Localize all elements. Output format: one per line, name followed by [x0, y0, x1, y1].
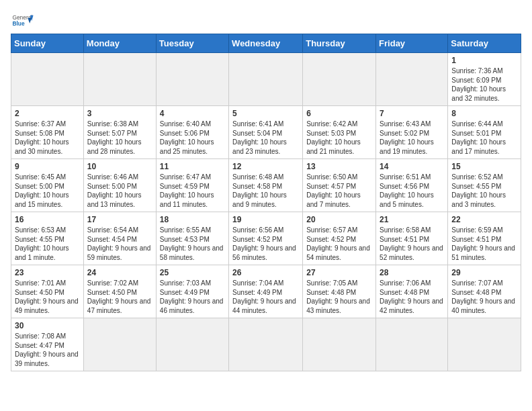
calendar-cell: 13Sunrise: 6:50 AM Sunset: 4:57 PM Dayli…: [303, 159, 376, 212]
calendar-cell: 25Sunrise: 7:03 AM Sunset: 4:49 PM Dayli…: [156, 265, 228, 318]
day-sun-info: Sunrise: 6:48 AM Sunset: 4:58 PM Dayligh…: [232, 173, 299, 209]
day-number: 24: [87, 268, 152, 277]
calendar-cell: 12Sunrise: 6:48 AM Sunset: 4:58 PM Dayli…: [229, 159, 303, 212]
calendar-cell: 26Sunrise: 7:04 AM Sunset: 4:49 PM Dayli…: [229, 265, 303, 318]
weekday-header-row: SundayMondayTuesdayWednesdayThursdayFrid…: [11, 34, 521, 53]
day-number: 27: [306, 268, 372, 277]
day-sun-info: Sunrise: 6:51 AM Sunset: 4:56 PM Dayligh…: [380, 173, 444, 209]
day-sun-info: Sunrise: 6:50 AM Sunset: 4:57 PM Dayligh…: [306, 173, 372, 209]
calendar-cell: 22Sunrise: 6:59 AM Sunset: 4:51 PM Dayli…: [448, 212, 521, 265]
page: General Blue SundayMondayTuesdayWednesda…: [0, 0, 532, 382]
day-number: 30: [15, 321, 80, 330]
day-sun-info: Sunrise: 6:44 AM Sunset: 5:01 PM Dayligh…: [451, 120, 517, 156]
day-sun-info: Sunrise: 6:41 AM Sunset: 5:04 PM Dayligh…: [232, 120, 299, 156]
svg-text:Blue: Blue: [12, 20, 25, 27]
day-sun-info: Sunrise: 6:59 AM Sunset: 4:51 PM Dayligh…: [451, 226, 517, 262]
calendar-week-row: 23Sunrise: 7:01 AM Sunset: 4:50 PM Dayli…: [11, 265, 521, 318]
day-number: 19: [232, 215, 299, 224]
day-sun-info: Sunrise: 7:36 AM Sunset: 6:09 PM Dayligh…: [451, 66, 517, 103]
calendar-cell: 6Sunrise: 6:42 AM Sunset: 5:03 PM Daylig…: [303, 106, 376, 159]
day-number: 11: [160, 162, 225, 171]
calendar-cell: 27Sunrise: 7:05 AM Sunset: 4:48 PM Dayli…: [303, 265, 376, 318]
calendar-cell: [229, 53, 303, 106]
day-sun-info: Sunrise: 7:02 AM Sunset: 4:50 PM Dayligh…: [87, 279, 152, 315]
calendar-cell: [83, 53, 156, 106]
calendar-week-row: 1Sunrise: 7:36 AM Sunset: 6:09 PM Daylig…: [11, 53, 521, 106]
day-sun-info: Sunrise: 7:07 AM Sunset: 4:48 PM Dayligh…: [451, 279, 517, 315]
calendar-cell: 24Sunrise: 7:02 AM Sunset: 4:50 PM Dayli…: [83, 265, 156, 318]
day-sun-info: Sunrise: 6:46 AM Sunset: 5:00 PM Dayligh…: [87, 173, 152, 209]
weekday-header-wednesday: Wednesday: [229, 34, 303, 53]
day-number: 6: [306, 109, 372, 118]
day-sun-info: Sunrise: 6:45 AM Sunset: 5:00 PM Dayligh…: [15, 173, 80, 209]
day-number: 25: [160, 268, 225, 277]
generalblue-logo-icon: General Blue: [11, 12, 35, 28]
calendar-cell: 8Sunrise: 6:44 AM Sunset: 5:01 PM Daylig…: [448, 106, 521, 159]
day-number: 21: [380, 215, 444, 224]
calendar-cell: 2Sunrise: 6:37 AM Sunset: 5:08 PM Daylig…: [11, 106, 84, 159]
day-sun-info: Sunrise: 7:05 AM Sunset: 4:48 PM Dayligh…: [306, 279, 372, 315]
day-sun-info: Sunrise: 6:53 AM Sunset: 4:55 PM Dayligh…: [15, 226, 80, 262]
calendar-cell: 19Sunrise: 6:56 AM Sunset: 4:52 PM Dayli…: [229, 212, 303, 265]
day-sun-info: Sunrise: 7:06 AM Sunset: 4:48 PM Dayligh…: [380, 279, 444, 315]
day-number: 5: [232, 109, 299, 118]
day-number: 9: [15, 162, 80, 171]
weekday-header-saturday: Saturday: [448, 34, 521, 53]
calendar-cell: [448, 318, 521, 371]
day-number: 15: [451, 162, 517, 171]
day-sun-info: Sunrise: 6:57 AM Sunset: 4:52 PM Dayligh…: [306, 226, 372, 262]
day-sun-info: Sunrise: 6:37 AM Sunset: 5:08 PM Dayligh…: [15, 120, 80, 156]
day-sun-info: Sunrise: 7:03 AM Sunset: 4:49 PM Dayligh…: [160, 279, 225, 315]
calendar-cell: [303, 53, 376, 106]
calendar-cell: [11, 53, 84, 106]
weekday-header-friday: Friday: [376, 34, 448, 53]
calendar-cell: 18Sunrise: 6:55 AM Sunset: 4:53 PM Dayli…: [156, 212, 228, 265]
day-number: 18: [160, 215, 225, 224]
logo: General Blue: [11, 11, 35, 28]
calendar-cell: [156, 53, 228, 106]
day-number: 12: [232, 162, 299, 171]
day-sun-info: Sunrise: 6:52 AM Sunset: 4:55 PM Dayligh…: [451, 173, 517, 209]
calendar-cell: 7Sunrise: 6:43 AM Sunset: 5:02 PM Daylig…: [376, 106, 448, 159]
calendar-week-row: 2Sunrise: 6:37 AM Sunset: 5:08 PM Daylig…: [11, 106, 521, 159]
calendar-cell: 3Sunrise: 6:38 AM Sunset: 5:07 PM Daylig…: [83, 106, 156, 159]
calendar-cell: 9Sunrise: 6:45 AM Sunset: 5:00 PM Daylig…: [11, 159, 84, 212]
day-sun-info: Sunrise: 6:40 AM Sunset: 5:06 PM Dayligh…: [160, 120, 225, 156]
day-number: 2: [15, 109, 80, 118]
calendar-cell: 30Sunrise: 7:08 AM Sunset: 4:47 PM Dayli…: [11, 318, 84, 371]
calendar-cell: 5Sunrise: 6:41 AM Sunset: 5:04 PM Daylig…: [229, 106, 303, 159]
day-number: 26: [232, 268, 299, 277]
day-sun-info: Sunrise: 6:38 AM Sunset: 5:07 PM Dayligh…: [87, 120, 152, 156]
calendar-cell: 1Sunrise: 7:36 AM Sunset: 6:09 PM Daylig…: [448, 53, 521, 106]
calendar-cell: 17Sunrise: 6:54 AM Sunset: 4:54 PM Dayli…: [83, 212, 156, 265]
calendar-cell: 28Sunrise: 7:06 AM Sunset: 4:48 PM Dayli…: [376, 265, 448, 318]
day-number: 3: [87, 109, 152, 118]
day-number: 10: [87, 162, 152, 171]
calendar-week-row: 30Sunrise: 7:08 AM Sunset: 4:47 PM Dayli…: [11, 318, 521, 371]
day-sun-info: Sunrise: 7:08 AM Sunset: 4:47 PM Dayligh…: [15, 332, 80, 368]
day-number: 17: [87, 215, 152, 224]
day-number: 22: [451, 215, 517, 224]
day-sun-info: Sunrise: 7:04 AM Sunset: 4:49 PM Dayligh…: [232, 279, 299, 315]
calendar-cell: 14Sunrise: 6:51 AM Sunset: 4:56 PM Dayli…: [376, 159, 448, 212]
calendar-cell: [376, 318, 448, 371]
day-number: 16: [15, 215, 80, 224]
day-number: 13: [306, 162, 372, 171]
day-number: 14: [380, 162, 444, 171]
weekday-header-monday: Monday: [83, 34, 156, 53]
calendar-cell: 10Sunrise: 6:46 AM Sunset: 5:00 PM Dayli…: [83, 159, 156, 212]
day-sun-info: Sunrise: 6:56 AM Sunset: 4:52 PM Dayligh…: [232, 226, 299, 262]
day-sun-info: Sunrise: 6:54 AM Sunset: 4:54 PM Dayligh…: [87, 226, 152, 262]
calendar-cell: [376, 53, 448, 106]
calendar-week-row: 9Sunrise: 6:45 AM Sunset: 5:00 PM Daylig…: [11, 159, 521, 212]
calendar-cell: [303, 318, 376, 371]
day-sun-info: Sunrise: 6:42 AM Sunset: 5:03 PM Dayligh…: [306, 120, 372, 156]
weekday-header-sunday: Sunday: [11, 34, 84, 53]
day-number: 29: [451, 268, 517, 277]
calendar-week-row: 16Sunrise: 6:53 AM Sunset: 4:55 PM Dayli…: [11, 212, 521, 265]
calendar-cell: 20Sunrise: 6:57 AM Sunset: 4:52 PM Dayli…: [303, 212, 376, 265]
calendar-cell: 16Sunrise: 6:53 AM Sunset: 4:55 PM Dayli…: [11, 212, 84, 265]
weekday-header-tuesday: Tuesday: [156, 34, 228, 53]
day-number: 4: [160, 109, 225, 118]
calendar-cell: [229, 318, 303, 371]
